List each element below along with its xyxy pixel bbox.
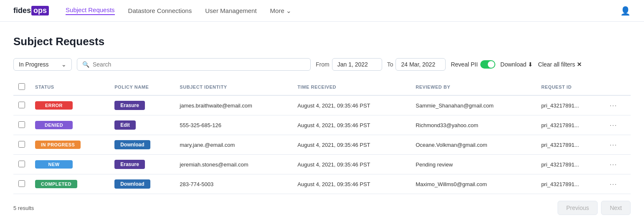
policy-badge[interactable]: Erasure [114,160,145,169]
table-row: DENIED Edit 555-325-685-126 August 4, 20… [13,115,631,135]
cell-actions[interactable]: ⋯ [604,155,631,174]
col-reviewed-by: REVIEWED BY [411,79,536,95]
cell-actions[interactable]: ⋯ [604,115,631,135]
policy-badge[interactable]: Download [114,179,150,189]
row-actions-menu[interactable]: ⋯ [609,180,618,188]
close-icon: ✕ [577,61,582,68]
cell-reviewed: Richmond33@yahoo.com [411,115,536,135]
row-checkbox[interactable] [18,180,25,187]
policy-badge[interactable]: Download [114,140,150,149]
cell-policy: Edit [109,115,175,135]
download-icon: ⬇ [528,61,533,68]
cell-reviewed: Oceane.Volkman@gmail.com [411,135,536,155]
table-wrap: STATUS POLICY NAME SUBJECT IDENTITY TIME… [13,79,631,194]
to-date[interactable]: 24 Mar, 2022 [396,58,446,71]
status-badge: NEW [35,160,73,169]
search-icon: 🔍 [82,61,89,68]
policy-badge[interactable]: Edit [114,120,136,130]
cell-time: August 4, 2021, 09:35:46 PST [292,115,411,135]
cell-time: August 4, 2021, 09:35:46 PST [292,95,411,115]
row-checkbox[interactable] [18,121,25,128]
previous-button[interactable]: Previous [558,201,598,215]
top-bar-left: fidesops Subject Requests Datastore Conn… [13,6,292,15]
table-row: IN PROGRESS Download mary.jane.@email.co… [13,135,631,155]
cell-time: August 4, 2021, 09:35:46 PST [292,135,411,155]
cell-request-id: pri_43217891... [536,174,604,194]
results-count: 5 results [13,205,34,211]
cell-policy: Erasure [109,95,175,115]
cell-request-id: pri_43217891... [536,115,604,135]
nav-subject-requests[interactable]: Subject Requests [66,6,115,15]
download-button[interactable]: Download ⬇ [500,61,533,68]
status-filter-value: In Progress [19,61,49,68]
cell-subject: 555-325-685-126 [175,115,292,135]
row-checkbox[interactable] [18,141,25,148]
nav-more[interactable]: More ⌄ [270,7,292,15]
cell-request-id: pri_43217891... [536,135,604,155]
from-date-group: From Jan 1, 2022 [316,58,382,71]
next-button[interactable]: Next [601,201,631,215]
select-all-checkbox[interactable] [18,83,25,90]
nav-datastore-connections[interactable]: Datastore Connections [128,7,192,14]
table-body: ERROR Erasure james.braithwaite@email.co… [13,95,631,194]
row-actions-menu[interactable]: ⋯ [609,121,618,129]
from-date[interactable]: Jan 1, 2022 [332,58,382,71]
row-checkbox[interactable] [18,161,25,167]
status-filter[interactable]: In Progress ⌄ [13,58,72,71]
user-icon[interactable]: 👤 [620,6,631,16]
chevron-down-icon: ⌄ [286,7,292,15]
cell-subject: jeremiah.stones@email.com [175,155,292,174]
nav-links: Subject Requests Datastore Connections U… [66,6,292,15]
reveal-pii-group: Reveal PII [451,60,495,69]
clear-label: Clear all filters [538,61,575,68]
chevron-down-icon: ⌄ [61,61,66,68]
table-row: NEW Erasure jeremiah.stones@email.com Au… [13,155,631,174]
row-checkbox[interactable] [18,102,25,108]
cell-actions[interactable]: ⋯ [604,95,631,115]
cell-subject: mary.jane.@email.com [175,135,292,155]
from-label: From [316,61,330,68]
table-footer: 5 results Previous Next [13,194,631,217]
cell-reviewed: Maximo_Willms0@gmail.com [411,174,536,194]
to-date-group: To 24 Mar, 2022 [387,58,446,71]
reveal-pii-label: Reveal PII [451,61,478,68]
table-row: COMPLETED Download 283-774-5003 August 4… [13,174,631,194]
to-label: To [387,61,393,68]
logo: fidesops [13,6,49,15]
cell-request-id: pri_43217891... [536,155,604,174]
row-actions-menu[interactable]: ⋯ [609,141,618,149]
pagination: Previous Next [558,201,631,215]
cell-subject: james.braithwaite@email.com [175,95,292,115]
policy-badge[interactable]: Erasure [114,101,145,110]
cell-actions[interactable]: ⋯ [604,135,631,155]
cell-status: NEW [30,155,109,174]
download-label: Download [500,61,526,68]
status-badge: DENIED [35,121,73,129]
status-badge: ERROR [35,101,73,110]
cell-status: DENIED [30,115,109,135]
cell-status: COMPLETED [30,174,109,194]
cell-actions[interactable]: ⋯ [604,174,631,194]
col-time-received: TIME RECEIVED [292,79,411,95]
subject-requests-table: STATUS POLICY NAME SUBJECT IDENTITY TIME… [13,79,631,194]
page-title: Subject Requests [13,35,631,48]
nav-user-management[interactable]: User Management [205,7,256,14]
cell-time: August 4, 2021, 09:35:46 PST [292,155,411,174]
clear-filters-button[interactable]: Clear all filters ✕ [538,61,582,68]
search-box: 🔍 [77,58,311,71]
cell-status: IN PROGRESS [30,135,109,155]
toggle-knob [488,61,494,68]
top-bar: fidesops Subject Requests Datastore Conn… [0,0,644,22]
cell-reviewed: Sammie_Shanahan@gmail.com [411,95,536,115]
nav-more-label: More [270,7,284,14]
logo-ops: ops [31,6,49,15]
cell-subject: 283-774-5003 [175,174,292,194]
row-actions-menu[interactable]: ⋯ [609,160,618,169]
col-status: STATUS [30,79,109,95]
cell-reviewed: Pending review [411,155,536,174]
cell-time: August 4, 2021, 09:35:46 PST [292,174,411,194]
cell-status: ERROR [30,95,109,115]
search-input[interactable] [93,61,305,68]
row-actions-menu[interactable]: ⋯ [609,101,618,110]
reveal-pii-toggle[interactable] [480,60,495,69]
